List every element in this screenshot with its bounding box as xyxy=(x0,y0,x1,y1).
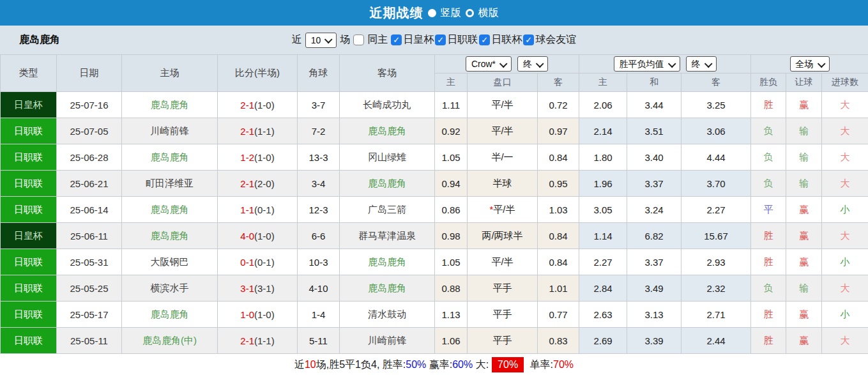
subheader-euro-home: 主 xyxy=(579,73,627,92)
match-count-select[interactable]: 10 xyxy=(305,33,337,48)
near-label: 近 xyxy=(292,33,302,47)
asian-home-odds-cell: 1.05 xyxy=(435,249,468,275)
scope-select-value: 全场 xyxy=(796,58,814,70)
competition-label[interactable]: 球会友谊 xyxy=(535,33,576,47)
footer-stat-segment: 50% xyxy=(406,359,426,371)
euro-period-select[interactable]: 终 xyxy=(686,56,717,72)
page-title: 近期战绩 xyxy=(370,4,423,22)
layout-vertical-label[interactable]: 竖版 xyxy=(441,6,461,20)
corners-cell: 3-7 xyxy=(298,92,340,118)
half-time-score: (0-1) xyxy=(254,257,275,268)
home-team-cell: 鹿岛鹿角 xyxy=(122,302,218,328)
handicap-result-cell: 输 xyxy=(786,118,822,144)
half-time-score: (1-0) xyxy=(254,100,275,111)
match-type-cell: 日职联 xyxy=(1,249,57,275)
match-row: 日职联25-07-05川崎前锋2-1(1-1)7-2鹿岛鹿角0.92平/半0.9… xyxy=(1,118,868,144)
goals-result-cell: 大 xyxy=(822,171,868,197)
home-team-cell: 横滨水手 xyxy=(122,275,218,302)
home-team-cell: 鹿岛鹿角 xyxy=(122,197,218,223)
same-home-checkbox[interactable] xyxy=(353,34,364,45)
asian-home-odds-cell: 1.11 xyxy=(435,92,468,118)
match-row: 日职联25-05-17鹿岛鹿角1-0(1-0)1-4清水鼓动1.13平手0.77… xyxy=(1,302,868,328)
full-time-score: 2-1 xyxy=(240,126,254,137)
result-cell: 胜 xyxy=(751,249,786,275)
euro-draw-odds-cell: 3.40 xyxy=(627,144,681,171)
same-home-label[interactable]: 同主 xyxy=(367,33,388,47)
handicap-change-mark: * xyxy=(489,204,493,215)
layout-horizontal-label[interactable]: 横版 xyxy=(478,6,499,20)
away-team-cell: 群马草津温泉 xyxy=(340,223,435,249)
euro-away-odds-cell: 2.44 xyxy=(681,328,751,354)
asian-away-odds-cell: 0.77 xyxy=(538,302,579,328)
recent-matches-table: 类型 日期 主场 比分(半场) 角球 客场 Crow* 终 胜平负均值 终 xyxy=(0,54,868,354)
chevron-down-icon xyxy=(499,59,508,68)
chevron-down-icon xyxy=(704,59,712,68)
match-type-cell: 日职联 xyxy=(1,144,57,171)
subheader-asian-away: 客 xyxy=(538,73,579,92)
euro-home-odds-cell: 3.05 xyxy=(579,197,627,223)
home-team-cell: 鹿岛鹿角 xyxy=(122,144,218,171)
asian-period-select[interactable]: 终 xyxy=(517,56,548,72)
result-cell: 平 xyxy=(751,197,786,223)
asian-home-odds-cell: 0.88 xyxy=(435,275,468,302)
bookmaker-select[interactable]: Crow* xyxy=(466,56,512,72)
subheader-goals: 进球数 xyxy=(822,73,868,92)
competition-checkbox[interactable] xyxy=(435,34,446,45)
match-row: 日职联25-05-31大阪钢巴0-1(0-1)10-3鹿岛鹿角1.05平/半0.… xyxy=(1,249,868,275)
date-cell: 25-06-28 xyxy=(57,144,122,171)
euro-away-odds-cell: 3.70 xyxy=(681,171,751,197)
competition-label[interactable]: 日皇杯 xyxy=(403,33,434,47)
full-time-score: 2-1 xyxy=(240,178,254,189)
euro-home-odds-cell: 2.06 xyxy=(579,92,627,118)
full-time-score: 1-0 xyxy=(240,309,254,320)
date-cell: 25-06-14 xyxy=(57,197,122,223)
asian-home-odds-cell: 0.94 xyxy=(435,171,468,197)
score-cell: 1-0(1-0) xyxy=(218,302,298,328)
date-cell: 25-06-11 xyxy=(57,223,122,249)
layout-radio-horizontal-icon[interactable] xyxy=(466,9,474,17)
corners-cell: 4-10 xyxy=(298,275,340,302)
half-time-score: (1-1) xyxy=(254,126,275,137)
asian-home-odds-cell: 0.92 xyxy=(435,118,468,144)
euro-draw-odds-cell: 3.37 xyxy=(627,249,681,275)
euro-away-odds-cell: 15.67 xyxy=(681,223,751,249)
euro-odds-select[interactable]: 胜平负均值 xyxy=(614,56,680,72)
full-time-score: 2-1 xyxy=(240,100,254,111)
asian-away-odds-cell: 0.72 xyxy=(538,92,579,118)
result-cell: 负 xyxy=(751,275,786,302)
goals-result-cell: 大 xyxy=(822,118,868,144)
goals-result-cell: 大 xyxy=(822,275,868,302)
subheader-handicap: 盘口 xyxy=(468,73,538,92)
match-type-cell: 日职联 xyxy=(1,118,57,144)
asian-away-odds-cell: 0.97 xyxy=(538,118,579,144)
full-time-score: 2-1 xyxy=(240,335,254,346)
subheader-asian-home: 主 xyxy=(435,73,468,92)
competition-checkbox[interactable] xyxy=(479,34,490,45)
euro-home-odds-cell: 2.14 xyxy=(579,118,627,144)
competition-label[interactable]: 日职联 xyxy=(447,33,478,47)
scope-select[interactable]: 全场 xyxy=(790,56,830,72)
date-cell: 25-07-05 xyxy=(57,118,122,144)
match-row: 日职联25-06-21町田泽维亚2-1(2-0)3-4鹿岛鹿角0.94半球0.9… xyxy=(1,171,868,197)
half-time-score: (0-1) xyxy=(254,204,275,215)
corners-cell: 5-11 xyxy=(298,328,340,354)
euro-away-odds-cell: 4.44 xyxy=(681,144,751,171)
competition-checkbox[interactable] xyxy=(523,34,534,45)
match-row: 日皇杯25-06-11鹿岛鹿角4-0(1-0)6-6群马草津温泉0.98两/两球… xyxy=(1,223,868,249)
goals-result-cell: 大 xyxy=(822,328,868,354)
goals-result-cell: 大 xyxy=(822,223,868,249)
euro-draw-odds-cell: 3.37 xyxy=(627,171,681,197)
euro-draw-odds-cell: 3.39 xyxy=(627,328,681,354)
column-header-home: 主场 xyxy=(122,55,218,92)
footer-stat-segment: 60% xyxy=(452,359,473,371)
full-time-score: 1-1 xyxy=(240,204,254,215)
competition-checkbox[interactable] xyxy=(391,34,402,45)
home-team-cell: 鹿岛鹿角 xyxy=(122,92,218,118)
corners-cell: 12-3 xyxy=(298,197,340,223)
corners-cell: 10-3 xyxy=(298,249,340,275)
asian-home-odds-cell: 1.06 xyxy=(435,328,468,354)
competition-label[interactable]: 日联杯 xyxy=(491,33,522,47)
goals-result-cell: 小 xyxy=(822,197,868,223)
match-row: 日职联25-06-14鹿岛鹿角1-1(0-1)12-3广岛三箭0.86*平/半1… xyxy=(1,197,868,223)
layout-radio-vertical-selected-icon[interactable] xyxy=(428,9,436,17)
